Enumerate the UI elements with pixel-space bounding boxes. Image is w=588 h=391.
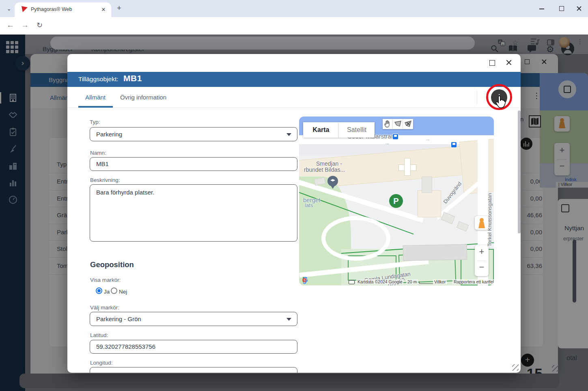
valj-markor-label: Välj markör:: [90, 305, 119, 311]
reload-button[interactable]: ↻: [37, 21, 43, 30]
modal-title-label: Tilläggsobjekt:: [78, 76, 118, 83]
tab-allmant[interactable]: Allmänt: [85, 94, 106, 101]
new-tab-button[interactable]: +: [117, 4, 121, 13]
tab-search-chevron-icon[interactable]: ⌄: [4, 4, 14, 14]
browser-tab[interactable]: Pythagoras® Web ✕: [15, 2, 111, 17]
forward-button[interactable]: →: [21, 21, 29, 30]
window-minimize-button[interactable]: [538, 5, 545, 12]
valj-markor-select[interactable]: Parkering - Grön: [90, 312, 297, 326]
map-type-karta-button[interactable]: Karta: [303, 122, 339, 138]
tab-close-icon[interactable]: ✕: [100, 6, 107, 13]
browser-tab-strip: ⌄ Pythagoras® Web ✕ +: [0, 0, 588, 17]
tab-title: Pythagoras® Web: [31, 6, 72, 12]
back-button[interactable]: ←: [6, 21, 14, 30]
longitud-input[interactable]: [90, 367, 297, 373]
modal-close-button[interactable]: [505, 59, 513, 67]
traffic-arrow-icon: →: [425, 136, 430, 142]
bus-stop-icon[interactable]: [392, 134, 398, 140]
map-zoom-control[interactable]: + −: [475, 245, 489, 276]
chevron-down-icon: [286, 133, 291, 136]
window-maximize-button[interactable]: [558, 5, 565, 12]
zoom-in-button[interactable]: +: [475, 246, 489, 257]
beskrivning-textarea[interactable]: Bara förhyrda platser.: [90, 184, 297, 242]
traffic-arrow-icon: →: [384, 140, 390, 146]
visa-markor-label: Visa markör:: [90, 277, 121, 283]
villkor-link[interactable]: Villkor: [433, 279, 447, 284]
namn-label: Namn:: [90, 150, 106, 156]
parking-marker[interactable]: P: [389, 194, 403, 208]
beskrivning-label: Beskrivning:: [90, 177, 120, 183]
map-building: [441, 212, 455, 224]
map-building: [422, 177, 432, 193]
longitud-label: Longitud:: [90, 360, 113, 366]
report-map-error-link[interactable]: Rapportera ett kartfel: [452, 279, 494, 284]
hand-tool-icon[interactable]: [383, 119, 393, 129]
radio-ja[interactable]: [96, 287, 102, 294]
latitud-label: Latitud:: [90, 332, 108, 338]
window-close-button[interactable]: [575, 5, 583, 12]
modal-scrollbar-thumb[interactable]: [518, 110, 521, 233]
browser-toolbar: ← → ↻ pim.pythagoras.se/py_datamanager_i…: [0, 17, 588, 35]
map-building: [403, 244, 467, 261]
namn-input[interactable]: MB1: [90, 157, 297, 171]
screen: ⌄ Pythagoras® Web ✕ + ← → ↻ pim.pythagor…: [0, 0, 588, 391]
radio-nej-label[interactable]: Nej: [119, 289, 127, 295]
map-scale-label: 20 m: [406, 279, 418, 284]
modal-tab-bar: Allmänt Övrig information ⋮: [67, 87, 521, 108]
pegman-icon: [475, 216, 489, 230]
typ-label: Typ:: [90, 119, 100, 125]
map-building: [457, 221, 469, 232]
modal-title-bar: Tilläggsobjekt: MB1: [67, 72, 521, 87]
radio-nej[interactable]: [111, 287, 117, 294]
bus-stop-icon[interactable]: [451, 142, 457, 148]
zoom-out-button[interactable]: −: [475, 262, 489, 272]
tab-ovrig-information[interactable]: Övrig information: [120, 94, 166, 101]
poi-label-smedjan2: rbundet Bildas...: [304, 166, 345, 173]
namn-value: MB1: [96, 160, 109, 167]
map-building: [418, 190, 441, 217]
beskrivning-value: Bara förhyrda platser.: [96, 189, 154, 196]
google-map[interactable]: Söder Mälarstrand ← → → Smedjan - rbunde…: [299, 117, 494, 285]
typ-value: Parkering: [96, 131, 122, 138]
education-marker-icon[interactable]: [327, 176, 338, 186]
pythagoras-favicon: [21, 6, 28, 13]
map-church-building: [404, 158, 411, 176]
poi-label-plats: lats: [305, 202, 313, 208]
typ-select[interactable]: Parkering: [90, 127, 297, 141]
cursor-icon: [495, 95, 506, 109]
polygon-tool-icon[interactable]: [393, 119, 403, 129]
tillaggsobjekt-modal: Tilläggsobjekt: MB1 Allmänt Övrig inform…: [67, 54, 521, 373]
valj-markor-value: Parkering - Grön: [96, 315, 141, 322]
modal-title-value: MB1: [123, 73, 142, 83]
radio-ja-label[interactable]: Ja: [104, 289, 110, 295]
map-road-loop: [321, 216, 390, 261]
polygon-edit-tool-icon[interactable]: [403, 119, 413, 129]
keyboard-icon[interactable]: [349, 280, 355, 284]
map-type-satellit-button[interactable]: Satellit: [339, 122, 375, 138]
geoposition-heading: Geoposition: [90, 260, 134, 269]
tab-active-underline: [78, 106, 113, 108]
poi-label-smedjan: Smedjan -: [316, 160, 342, 167]
latitud-value: 59.320277828553756: [96, 343, 155, 350]
map-attribution: Kartdata ©2024 Google: [356, 279, 403, 284]
map-pegman-control[interactable]: [475, 216, 489, 230]
modal-resize-grip[interactable]: [512, 364, 519, 371]
latitud-input[interactable]: 59.320277828553756: [90, 340, 297, 354]
chevron-down-icon: [286, 318, 291, 321]
modal-maximize-button[interactable]: [488, 59, 496, 67]
divider: [477, 91, 477, 104]
